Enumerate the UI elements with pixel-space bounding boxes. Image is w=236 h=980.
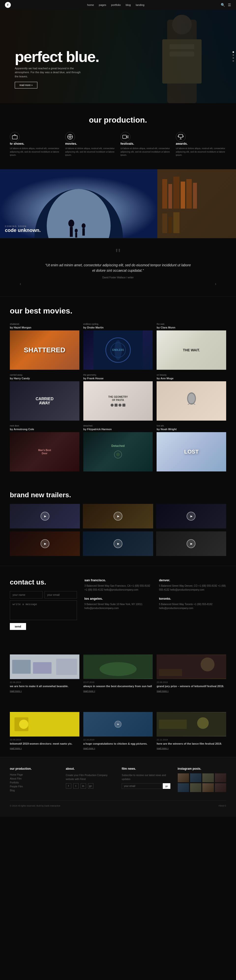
social-twitter[interactable]: t [73, 783, 79, 789]
contact-email-input[interactable] [45, 591, 77, 598]
blog-link-0[interactable]: read more » [10, 747, 80, 749]
footer-email-input[interactable] [122, 783, 162, 789]
contact-submit-button[interactable]: send [10, 623, 26, 630]
insta-thumb-4[interactable] [215, 773, 226, 782]
news-link-2[interactable]: read more » [156, 690, 226, 692]
news-link-0[interactable]: read more » [10, 690, 80, 692]
endless-art: ENDLESS [83, 331, 153, 370]
social-google[interactable]: g+ [88, 783, 93, 789]
trailers-row-2: ► ► ► [10, 531, 226, 556]
blog-play-button-1[interactable]: ► [115, 721, 121, 728]
contact-message-input[interactable] [10, 600, 77, 620]
movie-poster-4[interactable]: THE GEOMETRYOF PASTA [83, 381, 153, 421]
svg-rect-57 [159, 719, 187, 729]
search-icon[interactable]: 🔍 [221, 3, 225, 7]
location-toronto-title: toronto. [159, 597, 226, 600]
hero-dot-4[interactable] [233, 60, 234, 62]
blog-img-0 [10, 712, 80, 737]
quote-marks: " [20, 248, 216, 260]
movie-cat-1: endless cycling. [83, 323, 153, 325]
nav-home[interactable]: home [87, 3, 94, 6]
insta-thumb-5[interactable] [178, 783, 189, 792]
logo[interactable]: F [5, 2, 11, 8]
news-card-0: 22.06.2019 we are here to make it all so… [10, 654, 80, 692]
footer-link-portfolio[interactable]: Portfolio [10, 781, 59, 784]
hero-image [148, 10, 216, 103]
play-button-3[interactable]: ► [187, 512, 195, 520]
shattered-title: SHATTERED [24, 346, 65, 354]
footer-link-about[interactable]: About Film [10, 777, 59, 780]
movie-cat-3: carried away. [10, 374, 80, 376]
movie-cat-6: next door. [10, 425, 80, 427]
hero-dot-3[interactable] [233, 57, 234, 59]
svg-rect-45 [56, 659, 77, 675]
movie-poster-0[interactable]: SHATTERED [10, 331, 80, 370]
insta-thumb-6[interactable] [190, 783, 201, 792]
movie-poster-5[interactable] [156, 381, 226, 421]
trailer-1[interactable]: ► [10, 504, 80, 528]
svg-rect-3 [170, 44, 194, 49]
news-img-0 [10, 654, 80, 679]
social-linkedin[interactable]: in [81, 783, 86, 789]
nav-portfolio[interactable]: portfolio [111, 3, 121, 6]
film-icon [65, 132, 75, 142]
contact-form-col: contact us. send [10, 578, 77, 630]
trailer-4[interactable]: ► [10, 531, 80, 556]
movie-poster-3[interactable]: CARRIEDAWAY [10, 381, 80, 421]
social-facebook[interactable]: f [66, 783, 71, 789]
play-button-6[interactable]: ► [187, 539, 195, 548]
trailer-6[interactable]: ► [156, 531, 226, 556]
production-item-tv: tv shows. Ut labore et dolore aliqua, no… [10, 132, 60, 157]
insta-thumb-3[interactable] [203, 773, 214, 782]
movie-poster-6[interactable]: Man's BestDoor [10, 432, 80, 471]
play-button-2[interactable]: ► [113, 512, 123, 520]
insta-thumb-1[interactable] [178, 773, 189, 782]
play-button-1[interactable]: ► [41, 512, 49, 520]
blog-title-1: a huge congratulations to chicken & egg … [83, 742, 153, 746]
nextdoor-title: Man's BestDoor [38, 449, 51, 455]
news-link-1[interactable]: read more » [83, 690, 153, 692]
location-sf-address: 3 Balanced Street Way San Francisco, CA … [85, 584, 151, 592]
footer-subscribe-button[interactable]: go [163, 783, 170, 789]
trailers-title: brand new trailers. [10, 491, 226, 499]
location-la: los angeles. 9 Balanced Street Way Suite… [85, 597, 151, 610]
nav-blog[interactable]: blog [126, 3, 131, 6]
play-button-4[interactable]: ► [41, 539, 49, 548]
insta-thumb-8[interactable] [215, 783, 226, 792]
footer-link-home[interactable]: Home Page [10, 773, 59, 776]
footer-link-people[interactable]: People Film [10, 785, 59, 788]
blog-art-2 [156, 712, 226, 737]
hero-content: perfect blue. Apparently we had reached … [15, 49, 99, 89]
insta-thumb-2[interactable] [190, 773, 201, 782]
nav-links: home pages portfolio blog landing [87, 3, 145, 6]
menu-icon[interactable]: ☰ [228, 3, 231, 7]
hero-dot-2[interactable] [233, 54, 234, 56]
trailer-3[interactable]: ► [156, 504, 226, 528]
svg-point-54 [19, 719, 29, 729]
hero-dot-1[interactable] [233, 51, 234, 53]
footer-link-blog[interactable]: Blog [10, 789, 59, 792]
movie-poster-2[interactable]: THE WAIT. [156, 331, 226, 370]
nav-landing[interactable]: landing [136, 3, 144, 6]
tv-title: tv shows. [10, 142, 60, 145]
trailers-row-1: ► ► ► [10, 504, 226, 528]
blog-link-1[interactable]: read more » [83, 747, 153, 749]
trailer-5[interactable]: ► [83, 531, 153, 556]
trailer-2[interactable]: ► [83, 504, 153, 528]
insta-thumb-7[interactable] [203, 783, 214, 792]
movie-poster-8[interactable]: LOST [156, 432, 226, 471]
movie-poster-1[interactable]: ENDLESS [83, 331, 153, 370]
quote-prev-button[interactable]: ‹ [20, 281, 21, 286]
movie-card-endless: endless cycling. by Drake Martin ENDLESS [83, 323, 153, 370]
festivals-title: festivals. [120, 142, 171, 145]
contact-name-input[interactable] [10, 591, 43, 598]
movie-by-2: by Clara Munn [156, 326, 226, 329]
play-button-5[interactable]: ► [113, 539, 123, 548]
quote-next-button[interactable]: › [215, 281, 216, 286]
nav-pages[interactable]: pages [99, 3, 106, 6]
movie-poster-7[interactable]: Detached [83, 432, 153, 471]
footer-insta-title: instagram posts. [178, 767, 226, 770]
hero-read-more-button[interactable]: read more » [15, 82, 37, 88]
svg-point-7 [69, 136, 71, 138]
blog-link-2[interactable]: read more » [156, 747, 226, 749]
